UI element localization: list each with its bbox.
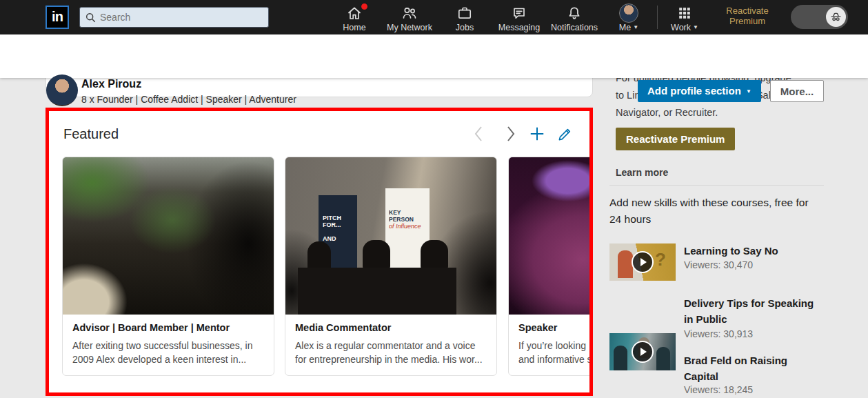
chevron-down-icon: ▼ — [746, 88, 751, 94]
home-notification-dot — [360, 2, 369, 11]
nav-reactivate-premium-link[interactable]: Reactivate Premium — [708, 6, 787, 26]
more-button[interactable]: More... — [770, 80, 824, 102]
play-icon[interactable] — [632, 251, 654, 273]
incognito-toggle[interactable] — [791, 5, 848, 29]
nav-item-home[interactable]: Home — [323, 4, 385, 32]
jobs-icon — [456, 5, 473, 21]
course-viewers: Viewers: 30,470 — [684, 259, 753, 270]
thumbnail-figure — [656, 347, 670, 370]
thumbnail-figure — [618, 250, 633, 278]
course-thumbnail[interactable]: ? — [609, 243, 676, 281]
courses-heading: Add new skills with these courses, free … — [609, 195, 837, 228]
learn-more-link[interactable]: Learn more — [616, 167, 668, 178]
nav-label: Messaging — [488, 23, 550, 32]
profile-sticky-header: Alex Pirouz 8 x Founder | Coffee Addict … — [0, 34, 868, 78]
top-nav-bar: in Home My Network Jobs Messaging Notifi… — [0, 0, 868, 34]
play-icon[interactable] — [632, 341, 654, 363]
course-title[interactable]: Brad Feld on Raising Capital — [684, 352, 832, 384]
reactivate-premium-button[interactable]: Reactivate Premium — [616, 128, 735, 150]
thumbnail-figure — [614, 346, 627, 370]
linkedin-logo[interactable]: in — [46, 6, 69, 29]
profile-avatar[interactable] — [46, 74, 78, 106]
course-thumbnail[interactable] — [609, 333, 676, 370]
course-title[interactable]: Delivery Tips for Speaking in Public — [684, 295, 832, 327]
nav-label: Notifications — [543, 23, 605, 32]
nav-label: My Network — [379, 23, 441, 32]
work-grid-icon — [677, 6, 692, 21]
nav-label: Work — [671, 23, 691, 32]
my-network-icon — [401, 5, 418, 21]
nav-item-messaging[interactable]: Messaging — [488, 4, 550, 32]
incognito-icon — [830, 11, 842, 23]
toggle-knob[interactable] — [826, 7, 846, 27]
linkedin-profile-page: in Home My Network Jobs Messaging Notifi… — [0, 0, 868, 398]
messaging-icon — [511, 5, 527, 21]
nav-item-jobs[interactable]: Jobs — [434, 4, 496, 32]
profile-headline: 8 x Founder | Coffee Addict | Speaker | … — [81, 94, 296, 105]
notifications-icon — [566, 5, 583, 21]
nav-label: Me — [619, 23, 631, 32]
question-mark-graphic: ? — [655, 249, 666, 270]
add-profile-section-button[interactable]: Add profile section ▼ — [638, 80, 761, 102]
search-icon — [85, 12, 96, 23]
nav-item-work[interactable]: Work▼ — [654, 4, 716, 32]
course-viewers: Viewers: 30,913 — [684, 328, 753, 339]
red-annotation-box — [46, 108, 593, 396]
chevron-down-icon: ▼ — [633, 24, 638, 30]
sidebar-divider — [609, 185, 824, 186]
nav-item-notifications[interactable]: Notifications — [543, 4, 605, 32]
search-box[interactable] — [79, 7, 269, 28]
course-viewers: Viewers: 18,245 — [684, 384, 753, 395]
course-title[interactable]: Learning to Say No — [684, 243, 832, 259]
nav-item-me[interactable]: Me▼ — [598, 4, 660, 32]
chevron-down-icon: ▼ — [693, 24, 698, 30]
search-input[interactable] — [100, 12, 252, 23]
nav-label: Jobs — [434, 23, 496, 32]
me-avatar — [619, 3, 638, 23]
nav-item-my-network[interactable]: My Network — [379, 4, 441, 32]
profile-name: Alex Pirouz — [81, 78, 141, 90]
nav-label: Home — [323, 23, 385, 32]
